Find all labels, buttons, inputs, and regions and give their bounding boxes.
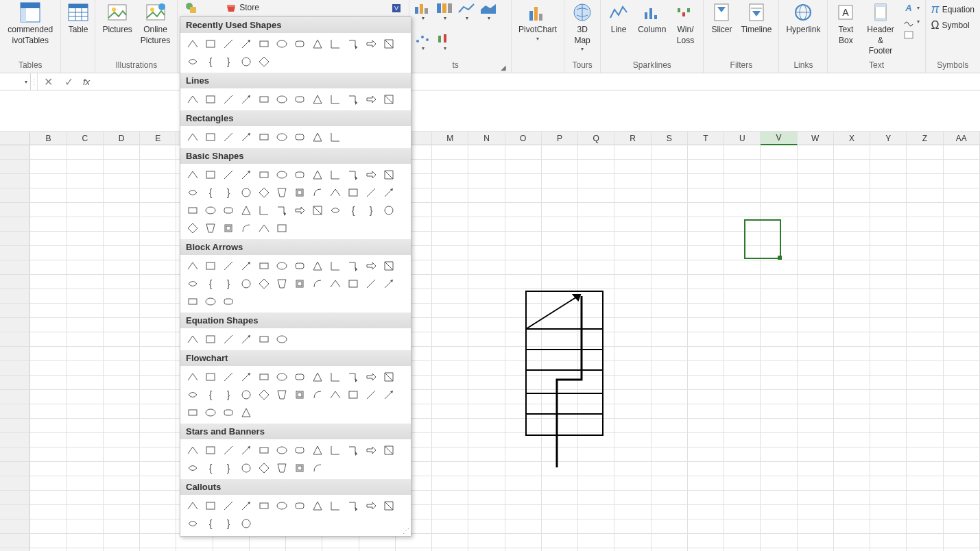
cell[interactable] [614, 232, 651, 246]
row-header[interactable] [0, 304, 30, 318]
cell[interactable] [652, 347, 688, 361]
cell[interactable] [140, 347, 176, 361]
cell[interactable] [432, 260, 468, 275]
symbol-button[interactable]: ΩSymbol [929, 19, 977, 32]
cell[interactable] [432, 491, 468, 505]
cell[interactable] [688, 404, 724, 419]
enter-formula-button[interactable]: ✓ [58, 73, 79, 90]
column-header[interactable]: T [688, 132, 724, 145]
cell[interactable] [688, 246, 724, 260]
cell[interactable] [870, 232, 907, 246]
cell[interactable] [834, 534, 870, 548]
cell[interactable] [798, 246, 834, 260]
shape-option[interactable] [219, 497, 237, 515]
cell[interactable] [67, 448, 104, 462]
cell[interactable] [944, 260, 980, 275]
cell[interactable] [432, 174, 468, 188]
shape-option[interactable] [273, 128, 291, 146]
cell[interactable] [798, 491, 834, 505]
cell[interactable] [468, 318, 505, 332]
cell[interactable] [870, 404, 907, 419]
cell[interactable] [30, 174, 67, 188]
cell[interactable] [432, 289, 468, 304]
column-header[interactable]: Z [907, 132, 943, 145]
cell[interactable] [432, 390, 468, 404]
column-header[interactable]: P [542, 132, 578, 145]
cell[interactable] [688, 534, 724, 548]
cell[interactable] [724, 505, 761, 519]
shape-option[interactable] [362, 386, 380, 404]
cell[interactable] [870, 476, 907, 491]
cell[interactable] [870, 361, 907, 376]
cell[interactable] [944, 534, 980, 548]
cell[interactable] [140, 519, 176, 534]
cell[interactable] [944, 376, 980, 390]
cell[interactable] [104, 246, 140, 260]
shape-option[interactable] [362, 275, 380, 293]
shape-option[interactable] [255, 219, 273, 237]
cell[interactable] [578, 332, 614, 347]
cell[interactable] [614, 304, 651, 318]
cell[interactable] [67, 246, 104, 260]
cell[interactable] [688, 505, 724, 519]
cell[interactable] [578, 519, 614, 534]
cell[interactable] [432, 332, 468, 347]
cell[interactable] [30, 318, 67, 332]
cell[interactable] [870, 548, 907, 551]
shape-option[interactable] [380, 184, 398, 201]
cell[interactable] [542, 505, 578, 519]
cell[interactable] [798, 390, 834, 404]
shape-option[interactable] [255, 166, 273, 184]
column-header[interactable]: N [468, 132, 505, 145]
shape-option[interactable]: { [202, 386, 219, 404]
cell[interactable] [468, 260, 505, 275]
cell[interactable] [505, 419, 542, 433]
cell[interactable] [907, 519, 943, 534]
cell[interactable] [652, 275, 688, 289]
row-header[interactable] [0, 160, 30, 174]
row-header[interactable] [0, 548, 30, 551]
cell[interactable] [30, 260, 67, 275]
shape-option[interactable]: { [202, 459, 219, 477]
cell[interactable] [542, 519, 578, 534]
cell[interactable] [578, 260, 614, 275]
shape-option[interactable] [273, 386, 291, 404]
cell[interactable] [578, 476, 614, 491]
shape-option[interactable] [309, 441, 326, 459]
cell[interactable] [578, 376, 614, 390]
shape-option[interactable] [255, 35, 273, 53]
row-header[interactable] [0, 145, 30, 160]
cell[interactable] [834, 260, 870, 275]
cell[interactable] [30, 448, 67, 462]
cell[interactable] [798, 304, 834, 318]
cell[interactable] [30, 246, 67, 260]
cell[interactable] [67, 376, 104, 390]
cell[interactable] [614, 548, 651, 551]
cell[interactable] [468, 145, 505, 160]
cell[interactable] [944, 232, 980, 246]
cell[interactable] [870, 145, 907, 160]
cell[interactable] [834, 548, 870, 551]
cell[interactable] [724, 260, 761, 275]
shape-option[interactable] [219, 368, 237, 386]
shape-option[interactable] [380, 368, 398, 386]
shape-option[interactable] [380, 166, 398, 184]
cell[interactable] [542, 433, 578, 448]
cell[interactable] [432, 275, 468, 289]
cell[interactable] [652, 217, 688, 232]
cell[interactable] [104, 505, 140, 519]
cell[interactable] [30, 404, 67, 419]
cell[interactable] [907, 491, 943, 505]
shape-option[interactable] [326, 166, 344, 184]
cell[interactable] [688, 347, 724, 361]
cell[interactable] [432, 246, 468, 260]
cell[interactable] [870, 419, 907, 433]
cell[interactable] [468, 347, 505, 361]
fx-icon[interactable]: fx [79, 77, 94, 87]
cell[interactable] [798, 548, 834, 551]
shape-option[interactable] [184, 166, 202, 184]
cell[interactable] [907, 390, 943, 404]
cell[interactable] [67, 347, 104, 361]
row-header[interactable] [0, 448, 30, 462]
cell[interactable] [907, 448, 943, 462]
